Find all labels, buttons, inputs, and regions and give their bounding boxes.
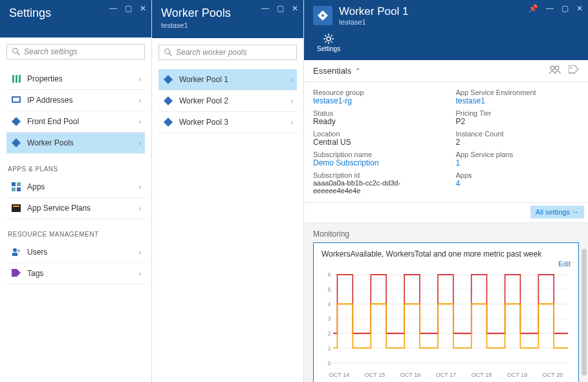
pool-icon <box>162 96 174 106</box>
maximize-icon[interactable]: ▢ <box>561 4 569 13</box>
pool-item-1[interactable]: Worker Pool 1 › <box>158 69 297 90</box>
essentials-toggle[interactable]: Essentials ⌃ <box>304 60 588 82</box>
plans-key: App Service plans <box>456 151 580 158</box>
menu-app-service-plans[interactable]: App Service Plans › <box>6 198 145 219</box>
svg-rect-6 <box>13 98 19 101</box>
menu-users[interactable]: Users › <box>6 242 145 263</box>
menu-tags[interactable]: Tags › <box>6 263 145 284</box>
svg-text:5: 5 <box>328 286 331 293</box>
pool-item-2[interactable]: Worker Pool 2 › <box>158 90 297 112</box>
essentials-body: Resource grouptestase1-rg StatusReady Lo… <box>304 82 588 203</box>
x-axis-labels: OCT 14OCT 15OCT 16OCT 17OCT 18OCT 19OCT … <box>321 372 571 378</box>
search-settings-input[interactable]: Search settings <box>6 44 145 59</box>
users-icon[interactable] <box>549 65 561 76</box>
svg-point-0 <box>13 48 18 54</box>
subname-key: Subscription name <box>313 151 437 158</box>
chevron-right-icon: › <box>139 76 141 83</box>
ase-key: App Service Environment <box>456 89 580 96</box>
minimize-icon[interactable]: — <box>109 4 117 13</box>
maximize-icon[interactable]: ▢ <box>277 4 284 13</box>
monitoring-label: Monitoring <box>313 229 579 239</box>
svg-text:3: 3 <box>328 315 331 323</box>
svg-rect-3 <box>16 75 17 83</box>
menu-frontend-pool[interactable]: Front End Pool › <box>6 111 145 133</box>
all-settings-button[interactable]: All settings → <box>530 206 584 218</box>
svg-rect-12 <box>17 187 21 191</box>
maximize-icon[interactable]: ▢ <box>125 4 132 13</box>
worker-pools-icon <box>10 138 22 148</box>
svg-text:0: 0 <box>328 359 331 366</box>
menu-properties[interactable]: Properties › <box>6 69 145 90</box>
plans-value[interactable]: 1 <box>456 158 580 167</box>
detail-title: Worker Pool 1 <box>339 5 408 18</box>
loc-key: Location <box>313 130 437 138</box>
close-icon[interactable]: ✕ <box>140 4 146 13</box>
ase-value[interactable]: testase1 <box>456 96 580 105</box>
menu-label: Tags <box>27 269 43 278</box>
close-icon[interactable]: ✕ <box>292 4 298 13</box>
ip-icon <box>10 95 22 105</box>
worker-pools-blade: Worker Pools testase1 — ▢ ✕ Search worke… <box>152 0 304 382</box>
x-tick: OCT 16 <box>400 372 420 378</box>
pool-logo-icon <box>313 6 332 25</box>
detail-sub: testase1 <box>339 18 408 26</box>
x-tick: OCT 15 <box>365 372 385 378</box>
svg-marker-22 <box>164 96 173 105</box>
pool-item-3[interactable]: Worker Pool 3 › <box>158 112 297 133</box>
svg-point-17 <box>17 249 20 252</box>
detail-header: 📌 — ▢ ✕ Worker Pool 1 testase1 Settings <box>304 0 588 60</box>
inst-value: 2 <box>456 138 580 147</box>
subname-value[interactable]: Demo Subscription <box>313 158 437 167</box>
scrollbar[interactable] <box>582 249 587 376</box>
settings-header: Settings — ▢ ✕ <box>0 0 151 37</box>
chart-edit-link[interactable]: Edit <box>321 260 571 268</box>
worker-pools-sub: testase1 <box>161 21 294 29</box>
worker-pool-detail-blade: 📌 — ▢ ✕ Worker Pool 1 testase1 Settings <box>304 0 588 382</box>
pool-icon <box>162 74 174 85</box>
rg-value[interactable]: testase1-rg <box>313 96 437 105</box>
plans-icon <box>10 203 22 213</box>
menu-ip-addresses[interactable]: IP Addresses › <box>6 90 145 111</box>
monitoring-area: Monitoring WorkersAvailable, WorkersTota… <box>304 223 588 382</box>
pool-label: Worker Pool 3 <box>179 118 228 127</box>
gear-icon <box>323 34 334 44</box>
chevron-right-icon: › <box>139 97 141 104</box>
minimize-icon[interactable]: — <box>261 4 269 13</box>
menu-label: Users <box>27 248 47 257</box>
pool-label: Worker Pool 1 <box>179 75 228 84</box>
status-value: Ready <box>313 117 437 126</box>
minimize-icon[interactable]: — <box>546 4 554 13</box>
svg-marker-7 <box>12 117 21 126</box>
svg-rect-11 <box>12 187 16 191</box>
close-icon[interactable]: ✕ <box>576 4 583 13</box>
rg-key: Resource group <box>313 89 437 96</box>
search-settings-placeholder: Search settings <box>24 47 78 56</box>
svg-point-27 <box>550 66 554 70</box>
pin-icon[interactable]: 📌 <box>528 4 538 13</box>
chevron-right-icon: › <box>139 118 141 125</box>
toolbar-settings-button[interactable]: Settings <box>313 32 344 54</box>
svg-text:1: 1 <box>328 345 331 352</box>
subid-key: Subscription id <box>313 171 437 179</box>
svg-point-25 <box>321 14 324 17</box>
apps-value[interactable]: 4 <box>456 179 580 188</box>
svg-rect-2 <box>12 75 14 83</box>
search-worker-pools-input[interactable]: Search worker pools <box>158 45 297 60</box>
section-resource-mgmt: RESOURCE MANAGEMENT <box>8 231 145 238</box>
pool-icon <box>162 117 174 127</box>
menu-worker-pools[interactable]: Worker Pools › <box>6 133 145 154</box>
chevron-right-icon: › <box>139 205 141 212</box>
menu-label: IP Addresses <box>27 96 73 105</box>
tag-icon[interactable] <box>569 65 579 76</box>
chart-card[interactable]: WorkersAvailable, WorkersTotal and one m… <box>313 242 579 382</box>
menu-apps[interactable]: Apps › <box>6 176 145 198</box>
frontend-icon <box>10 116 22 127</box>
chevron-up-icon: ⌃ <box>355 67 360 74</box>
svg-rect-10 <box>17 182 21 186</box>
menu-label: Worker Pools <box>27 138 74 147</box>
x-tick: OCT 20 <box>543 372 563 378</box>
properties-icon <box>10 74 22 84</box>
apps-key: Apps <box>456 171 580 179</box>
svg-rect-13 <box>12 204 21 212</box>
subid-value: aaaa0a0a-bb1b-cc2c-dd3d-eeeeee4e4e4e <box>313 179 437 195</box>
